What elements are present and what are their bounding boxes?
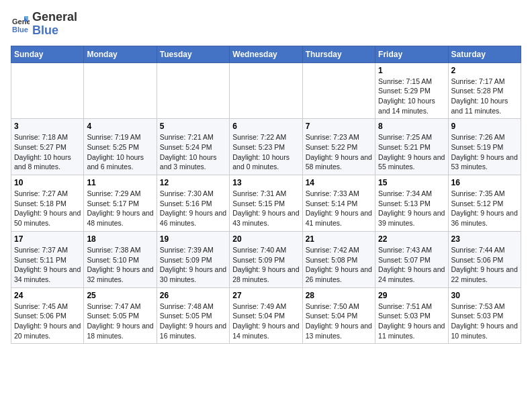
calendar-cell: 9Sunrise: 7:26 AM Sunset: 5:19 PM Daylig…: [448, 119, 521, 175]
day-info: Sunrise: 7:26 AM Sunset: 5:19 PM Dayligh…: [451, 132, 518, 172]
day-number: 23: [451, 234, 518, 244]
weekday-header: Saturday: [448, 46, 521, 62]
day-number: 30: [451, 291, 518, 300]
day-number: 2: [451, 66, 518, 75]
calendar-cell: 7Sunrise: 7:23 AM Sunset: 5:22 PM Daylig…: [302, 119, 375, 175]
day-info: Sunrise: 7:40 AM Sunset: 5:09 PM Dayligh…: [232, 245, 299, 285]
calendar-cell: 22Sunrise: 7:43 AM Sunset: 5:07 PM Dayli…: [375, 231, 448, 287]
day-number: 9: [451, 122, 518, 131]
calendar-cell: 6Sunrise: 7:22 AM Sunset: 5:23 PM Daylig…: [230, 119, 302, 175]
calendar-week-row: 3Sunrise: 7:18 AM Sunset: 5:27 PM Daylig…: [11, 119, 521, 175]
day-info: Sunrise: 7:34 AM Sunset: 5:13 PM Dayligh…: [378, 189, 445, 228]
day-info: Sunrise: 7:30 AM Sunset: 5:16 PM Dayligh…: [160, 189, 226, 228]
calendar-cell: 25Sunrise: 7:47 AM Sunset: 5:05 PM Dayli…: [84, 287, 157, 344]
day-number: 12: [160, 178, 226, 187]
logo: General Blue General Blue: [11, 11, 77, 38]
weekday-header: Monday: [84, 46, 157, 62]
day-info: Sunrise: 7:44 AM Sunset: 5:06 PM Dayligh…: [451, 245, 518, 285]
calendar-cell: [157, 62, 229, 119]
logo-text: General Blue: [32, 11, 77, 38]
calendar-week-row: 10Sunrise: 7:27 AM Sunset: 5:18 PM Dayli…: [11, 175, 521, 232]
calendar-cell: [84, 62, 157, 119]
day-info: Sunrise: 7:37 AM Sunset: 5:11 PM Dayligh…: [14, 245, 81, 285]
day-number: 16: [451, 178, 518, 187]
day-info: Sunrise: 7:27 AM Sunset: 5:18 PM Dayligh…: [14, 189, 81, 228]
calendar-cell: 13Sunrise: 7:31 AM Sunset: 5:15 PM Dayli…: [230, 175, 302, 232]
day-number: 25: [87, 291, 153, 300]
weekday-header: Friday: [375, 46, 448, 62]
day-number: 3: [14, 122, 81, 131]
day-number: 7: [306, 122, 372, 131]
calendar-cell: [302, 62, 375, 119]
calendar-cell: 26Sunrise: 7:48 AM Sunset: 5:05 PM Dayli…: [157, 287, 229, 344]
day-number: 24: [14, 291, 81, 300]
day-number: 21: [306, 234, 372, 244]
day-number: 27: [232, 291, 299, 300]
calendar-cell: [11, 62, 84, 119]
page-header: General Blue General Blue: [11, 11, 521, 38]
calendar-week-row: 1Sunrise: 7:15 AM Sunset: 5:29 PM Daylig…: [11, 62, 521, 119]
calendar-cell: 17Sunrise: 7:37 AM Sunset: 5:11 PM Dayli…: [11, 231, 84, 287]
calendar-cell: 10Sunrise: 7:27 AM Sunset: 5:18 PM Dayli…: [11, 175, 84, 232]
day-number: 22: [378, 234, 445, 244]
day-number: 19: [160, 234, 226, 244]
calendar-cell: 21Sunrise: 7:42 AM Sunset: 5:08 PM Dayli…: [302, 231, 375, 287]
day-info: Sunrise: 7:18 AM Sunset: 5:27 PM Dayligh…: [14, 132, 81, 172]
day-info: Sunrise: 7:25 AM Sunset: 5:21 PM Dayligh…: [378, 132, 445, 172]
calendar-cell: 12Sunrise: 7:30 AM Sunset: 5:16 PM Dayli…: [157, 175, 229, 232]
weekday-header: Wednesday: [230, 46, 302, 62]
calendar-cell: 1Sunrise: 7:15 AM Sunset: 5:29 PM Daylig…: [375, 62, 448, 119]
calendar-cell: 5Sunrise: 7:21 AM Sunset: 5:24 PM Daylig…: [157, 119, 229, 175]
day-info: Sunrise: 7:33 AM Sunset: 5:14 PM Dayligh…: [306, 189, 372, 228]
calendar-cell: 27Sunrise: 7:49 AM Sunset: 5:04 PM Dayli…: [230, 287, 302, 344]
day-info: Sunrise: 7:31 AM Sunset: 5:15 PM Dayligh…: [232, 189, 299, 228]
calendar-cell: 15Sunrise: 7:34 AM Sunset: 5:13 PM Dayli…: [375, 175, 448, 232]
calendar-cell: 2Sunrise: 7:17 AM Sunset: 5:28 PM Daylig…: [448, 62, 521, 119]
day-number: 8: [378, 122, 445, 131]
day-number: 4: [87, 122, 153, 131]
day-number: 14: [306, 178, 372, 187]
day-number: 5: [160, 122, 226, 131]
day-number: 20: [232, 234, 299, 244]
calendar-cell: 30Sunrise: 7:53 AM Sunset: 5:03 PM Dayli…: [448, 287, 521, 344]
day-info: Sunrise: 7:49 AM Sunset: 5:04 PM Dayligh…: [232, 302, 299, 341]
day-info: Sunrise: 7:50 AM Sunset: 5:04 PM Dayligh…: [306, 302, 372, 341]
day-number: 28: [306, 291, 372, 300]
calendar-week-row: 17Sunrise: 7:37 AM Sunset: 5:11 PM Dayli…: [11, 231, 521, 287]
day-number: 29: [378, 291, 445, 300]
calendar-cell: [230, 62, 302, 119]
calendar-cell: 24Sunrise: 7:45 AM Sunset: 5:06 PM Dayli…: [11, 287, 84, 344]
calendar-cell: 14Sunrise: 7:33 AM Sunset: 5:14 PM Dayli…: [302, 175, 375, 232]
calendar-cell: 8Sunrise: 7:25 AM Sunset: 5:21 PM Daylig…: [375, 119, 448, 175]
calendar-cell: 28Sunrise: 7:50 AM Sunset: 5:04 PM Dayli…: [302, 287, 375, 344]
day-number: 26: [160, 291, 226, 300]
day-info: Sunrise: 7:23 AM Sunset: 5:22 PM Dayligh…: [306, 132, 372, 172]
day-info: Sunrise: 7:51 AM Sunset: 5:03 PM Dayligh…: [378, 302, 445, 341]
calendar-cell: 20Sunrise: 7:40 AM Sunset: 5:09 PM Dayli…: [230, 231, 302, 287]
day-number: 15: [378, 178, 445, 187]
day-info: Sunrise: 7:19 AM Sunset: 5:25 PM Dayligh…: [87, 132, 153, 172]
day-info: Sunrise: 7:21 AM Sunset: 5:24 PM Dayligh…: [160, 132, 226, 172]
calendar-cell: 3Sunrise: 7:18 AM Sunset: 5:27 PM Daylig…: [11, 119, 84, 175]
calendar-cell: 4Sunrise: 7:19 AM Sunset: 5:25 PM Daylig…: [84, 119, 157, 175]
calendar-table: SundayMondayTuesdayWednesdayThursdayFrid…: [11, 46, 521, 345]
day-number: 11: [87, 178, 153, 187]
day-info: Sunrise: 7:47 AM Sunset: 5:05 PM Dayligh…: [87, 302, 153, 341]
day-number: 18: [87, 234, 153, 244]
weekday-header: Sunday: [11, 46, 84, 62]
weekday-header: Thursday: [302, 46, 375, 62]
day-info: Sunrise: 7:39 AM Sunset: 5:09 PM Dayligh…: [160, 245, 226, 285]
day-info: Sunrise: 7:43 AM Sunset: 5:07 PM Dayligh…: [378, 245, 445, 285]
calendar-cell: 19Sunrise: 7:39 AM Sunset: 5:09 PM Dayli…: [157, 231, 229, 287]
day-number: 1: [378, 66, 445, 75]
calendar-header-row: SundayMondayTuesdayWednesdayThursdayFrid…: [11, 46, 521, 62]
day-info: Sunrise: 7:22 AM Sunset: 5:23 PM Dayligh…: [232, 132, 299, 172]
calendar-week-row: 24Sunrise: 7:45 AM Sunset: 5:06 PM Dayli…: [11, 287, 521, 344]
day-number: 6: [232, 122, 299, 131]
day-info: Sunrise: 7:29 AM Sunset: 5:17 PM Dayligh…: [87, 189, 153, 228]
day-number: 10: [14, 178, 81, 187]
day-info: Sunrise: 7:53 AM Sunset: 5:03 PM Dayligh…: [451, 302, 518, 341]
day-info: Sunrise: 7:45 AM Sunset: 5:06 PM Dayligh…: [14, 302, 81, 341]
calendar-cell: 16Sunrise: 7:35 AM Sunset: 5:12 PM Dayli…: [448, 175, 521, 232]
calendar-cell: 11Sunrise: 7:29 AM Sunset: 5:17 PM Dayli…: [84, 175, 157, 232]
